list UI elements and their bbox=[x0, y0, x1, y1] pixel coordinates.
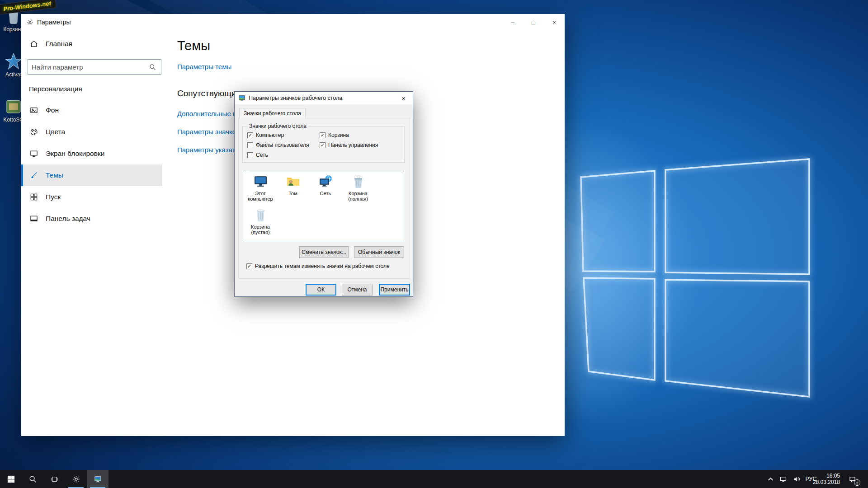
ok-button[interactable]: ОК bbox=[306, 284, 336, 296]
themes-icon bbox=[29, 171, 38, 180]
preview-item-label: Том bbox=[277, 191, 309, 196]
sidebar-item-label: Темы bbox=[46, 171, 63, 179]
network-tray-icon[interactable] bbox=[777, 470, 789, 488]
checkbox-user-files[interactable]: Файлы пользователя bbox=[247, 141, 309, 149]
checkbox-box: ✓ bbox=[320, 142, 326, 148]
maximize-button[interactable]: □ bbox=[523, 14, 544, 30]
start-icon bbox=[29, 192, 38, 202]
checkbox-network[interactable]: Сеть bbox=[247, 151, 268, 159]
preview-item-label: Этот компьютер bbox=[244, 191, 277, 202]
desktop-icon-label: KottoSO bbox=[3, 117, 24, 123]
checkbox-label: Файлы пользователя bbox=[256, 142, 309, 148]
background-icon bbox=[29, 106, 38, 115]
checkbox-box: ✓ bbox=[246, 263, 252, 269]
selected-indicator bbox=[21, 164, 23, 186]
lock-screen-icon bbox=[29, 149, 38, 158]
checkbox-computer[interactable]: ✓ Компьютер bbox=[247, 131, 284, 139]
sidebar-item-colors[interactable]: Цвета bbox=[21, 121, 162, 143]
sidebar-item-home[interactable]: Главная bbox=[29, 39, 72, 48]
preview-recycle-bin-empty[interactable]: Корзина (пустая) bbox=[244, 206, 277, 239]
notification-badge: 2 bbox=[854, 479, 860, 486]
start-button[interactable] bbox=[0, 470, 22, 488]
action-center-button[interactable]: 2 bbox=[843, 470, 862, 488]
checkbox-box bbox=[247, 142, 253, 148]
sidebar-item-background[interactable]: Фон bbox=[21, 99, 162, 121]
search-input[interactable] bbox=[28, 63, 149, 71]
home-icon bbox=[29, 39, 38, 48]
volume-icon bbox=[793, 475, 801, 483]
preview-network[interactable]: Сеть bbox=[309, 173, 342, 206]
settings-sidebar-nav: Фон Цвета Экран блокировки bbox=[21, 99, 162, 230]
preview-item-label: Корзина (полная) bbox=[342, 191, 374, 202]
colors-icon bbox=[29, 127, 38, 136]
settings-gear-icon bbox=[72, 475, 80, 483]
tab-desktop-icons[interactable]: Значки рабочего стола bbox=[239, 108, 306, 118]
window-controls: – □ × bbox=[502, 14, 565, 30]
dialog-title: Параметры значков рабочего стола bbox=[249, 95, 342, 101]
cancel-button[interactable]: Отмена bbox=[342, 284, 373, 296]
change-icon-button[interactable]: Сменить значок... bbox=[299, 246, 349, 258]
preview-item-label: Корзина (пустая) bbox=[244, 224, 277, 235]
volume-tray-icon[interactable] bbox=[790, 470, 803, 488]
network-icon bbox=[779, 475, 787, 483]
apply-button[interactable]: Применить bbox=[379, 284, 410, 296]
sidebar-item-start[interactable]: Пуск bbox=[21, 186, 162, 208]
checkbox-box bbox=[247, 152, 253, 158]
desktop-icon-settings-taskbar-button[interactable] bbox=[87, 470, 108, 488]
settings-taskbar-button[interactable] bbox=[65, 470, 87, 488]
task-view-button[interactable] bbox=[43, 470, 65, 488]
display-settings-icon bbox=[238, 94, 245, 102]
minimize-button[interactable]: – bbox=[502, 14, 523, 30]
sidebar-item-lock-screen[interactable]: Экран блокировки bbox=[21, 143, 162, 164]
recycle-bin-empty-icon bbox=[253, 217, 268, 224]
preview-this-pc[interactable]: Этот компьютер bbox=[244, 173, 277, 206]
sidebar-item-label: Панель задач bbox=[46, 215, 90, 223]
sidebar-item-taskbar[interactable]: Панель задач bbox=[21, 208, 162, 230]
checkbox-control-panel[interactable]: ✓ Панель управления bbox=[320, 141, 378, 149]
icon-preview-list[interactable]: Этот компьютер Том Сеть Корзина (полная) bbox=[243, 171, 404, 242]
checkbox-recycle-bin[interactable]: ✓ Корзина bbox=[320, 131, 349, 139]
app-green-icon bbox=[5, 98, 23, 116]
checkbox-label: Компьютер bbox=[256, 132, 284, 138]
theme-settings-link[interactable]: Параметры темы bbox=[177, 63, 231, 70]
allow-themes-checkbox[interactable]: ✓ Разрешить темам изменять значки на раб… bbox=[246, 263, 390, 270]
home-label: Главная bbox=[46, 40, 72, 48]
search-icon bbox=[149, 63, 156, 71]
preview-user-files[interactable]: Том bbox=[277, 173, 309, 206]
sidebar-item-label: Пуск bbox=[46, 193, 61, 201]
settings-app-icon bbox=[27, 19, 33, 26]
clock[interactable]: 16:05 28.03.2018 bbox=[812, 470, 840, 488]
taskbar-icon bbox=[29, 214, 38, 223]
sidebar-item-themes[interactable]: Темы bbox=[21, 164, 162, 186]
chevron-up-icon bbox=[767, 475, 774, 483]
app-blue-icon bbox=[5, 52, 23, 70]
settings-search-box[interactable] bbox=[28, 59, 161, 75]
window-title: Параметры bbox=[37, 19, 71, 26]
checkbox-label: Панель управления bbox=[328, 142, 378, 148]
tab-label: Значки рабочего стола bbox=[244, 110, 301, 117]
dialog-close-button[interactable]: × bbox=[395, 92, 413, 104]
network-icon bbox=[318, 184, 333, 190]
desktop: Pro-Windows.net Корзина Activat KottoSO … bbox=[0, 0, 868, 488]
tray-date: 28.03.2018 bbox=[813, 479, 840, 485]
default-icon-button[interactable]: Обычный значок bbox=[354, 246, 404, 258]
desktop-icon-settings-dialog: Параметры значков рабочего стола × Значк… bbox=[234, 91, 413, 297]
show-hidden-icons-button[interactable] bbox=[765, 470, 776, 488]
taskbar-search-button[interactable] bbox=[22, 470, 43, 488]
taskbar: РУС 16:05 28.03.2018 2 bbox=[0, 470, 868, 488]
task-view-icon bbox=[50, 475, 59, 483]
sidebar-item-label: Экран блокировки bbox=[46, 150, 104, 158]
checkbox-label: Разрешить темам изменять значки на рабоч… bbox=[255, 263, 390, 269]
windows-logo-icon bbox=[7, 475, 15, 483]
preview-recycle-bin-full[interactable]: Корзина (полная) bbox=[342, 173, 374, 206]
settings-titlebar[interactable]: Параметры – □ × bbox=[21, 14, 565, 30]
dialog-titlebar[interactable]: Параметры значков рабочего стола × bbox=[235, 92, 413, 104]
display-settings-icon bbox=[94, 475, 102, 483]
this-pc-icon bbox=[253, 184, 268, 190]
preview-item-label: Сеть bbox=[309, 191, 342, 196]
tray-time: 16:05 bbox=[826, 473, 840, 479]
close-button[interactable]: × bbox=[544, 14, 565, 30]
sidebar-item-label: Цвета bbox=[46, 128, 65, 136]
recycle-bin-full-icon bbox=[351, 184, 366, 190]
user-files-icon bbox=[286, 184, 301, 190]
